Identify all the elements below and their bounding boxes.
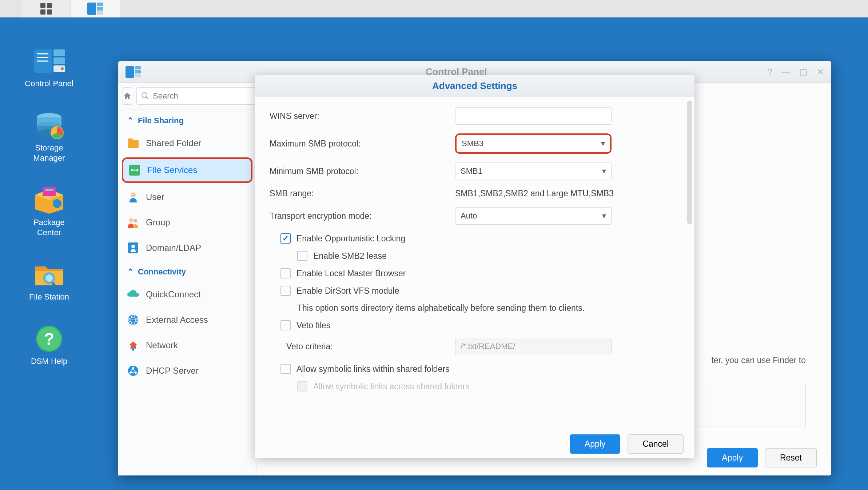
sidebar-item-label: Domain/LDAP [146, 243, 201, 253]
file-station-icon [32, 260, 67, 289]
modal-title: Advanced Settings [255, 75, 694, 97]
svg-point-32 [142, 93, 147, 98]
transport-select[interactable]: Auto ▾ [455, 207, 612, 225]
checkbox-opportunistic-locking[interactable] [280, 233, 291, 244]
control-panel-small-icon [87, 3, 103, 15]
chevron-down-icon: ▾ [602, 166, 606, 176]
sidebar-item-quickconnect[interactable]: QuickConnect [118, 282, 256, 307]
veto-criteria-input: /*.txt/README/ [455, 338, 612, 355]
select-value: SMB1 [461, 166, 482, 176]
checkbox-symlinks-within[interactable] [280, 364, 291, 374]
taskbar-control-panel-button[interactable] [71, 0, 120, 17]
sidebar-section-file-sharing[interactable]: ⌃ File Sharing [118, 109, 256, 130]
sidebar-item-network[interactable]: Network [118, 333, 256, 358]
external-access-icon [127, 314, 139, 326]
sidebar-item-label: File Services [147, 165, 197, 175]
scrollbar-thumb[interactable] [687, 101, 692, 224]
taskbar [0, 0, 868, 17]
svg-rect-9 [53, 57, 65, 64]
sidebar-section-connectivity[interactable]: ⌃ Connectivity [118, 261, 256, 282]
sidebar-item-label: User [146, 192, 164, 202]
modal-apply-button[interactable]: Apply [570, 434, 621, 454]
window-app-icon [126, 65, 142, 79]
svg-point-42 [131, 245, 135, 248]
maximize-icon[interactable]: ▢ [799, 68, 808, 76]
sidebar-item-dhcp-server[interactable]: DHCP Server [118, 358, 256, 383]
checkbox-veto-files[interactable] [280, 320, 291, 330]
svg-point-38 [131, 192, 136, 197]
svg-point-23 [45, 274, 53, 282]
sidebar-item-group[interactable]: Group [118, 210, 256, 235]
main-apply-button[interactable]: Apply [707, 448, 758, 467]
close-icon[interactable]: ✕ [817, 68, 824, 76]
desktop-icon-label: Storage Manager [22, 143, 76, 164]
checkbox-local-master-browser[interactable] [280, 268, 291, 278]
sidebar-item-label: QuickConnect [146, 289, 201, 300]
sidebar-item-label: External Access [146, 315, 208, 325]
package-center-icon [32, 185, 67, 214]
desktop-icon-control-panel[interactable]: Control Panel [25, 47, 73, 89]
minimize-icon[interactable]: — [781, 68, 790, 76]
user-icon [127, 191, 139, 203]
background-hint-text: ter, you can use Finder to [711, 356, 806, 365]
max-smb-select[interactable]: SMB3 ▾ [455, 133, 612, 154]
network-icon [127, 339, 139, 352]
svg-rect-35 [128, 138, 133, 141]
desktop: Control Panel Storage Manager Package Ce… [0, 17, 868, 490]
svg-rect-18 [43, 187, 56, 196]
smb-range-label: SMB range: [270, 189, 455, 198]
apps-grid-icon [40, 3, 52, 15]
taskbar-apps-button[interactable] [22, 0, 71, 17]
sidebar-item-user[interactable]: User [118, 184, 256, 210]
main-reset-button[interactable]: Reset [765, 448, 817, 467]
file-services-icon [128, 164, 141, 176]
desktop-icon-dsm-help[interactable]: ? DSM Help [31, 324, 67, 367]
desktop-icon-storage-manager[interactable]: Storage Manager [22, 111, 76, 164]
svg-point-40 [134, 219, 137, 222]
desktop-icon-label: DSM Help [31, 356, 67, 367]
dhcp-server-icon [127, 365, 139, 377]
svg-point-47 [132, 349, 134, 351]
desktop-icon-package-center[interactable]: Package Center [22, 185, 76, 238]
quickconnect-icon [127, 288, 139, 301]
home-icon [123, 92, 132, 100]
home-button[interactable] [123, 87, 132, 105]
svg-rect-28 [126, 66, 134, 78]
sidebar-item-label: Shared Folder [146, 138, 201, 148]
svg-line-33 [146, 97, 148, 99]
svg-text:?: ? [44, 329, 54, 348]
sidebar-item-domain-ldap[interactable]: Domain/LDAP [118, 235, 256, 261]
svg-point-20 [53, 199, 61, 208]
svg-rect-29 [135, 66, 141, 69]
dsm-help-icon: ? [35, 324, 64, 353]
select-value: Auto [461, 211, 477, 221]
checkbox-label: Enable Opportunistic Locking [296, 234, 405, 244]
chevron-down-icon: ▾ [602, 211, 606, 221]
wins-server-input[interactable] [455, 107, 612, 125]
svg-rect-1 [97, 3, 103, 6]
sidebar-item-file-services[interactable]: File Services [122, 157, 252, 183]
checkbox-label: Veto files [296, 321, 330, 330]
domain-ldap-icon [127, 242, 139, 254]
modal-cancel-button[interactable]: Cancel [628, 434, 684, 454]
help-icon[interactable]: ? [768, 68, 772, 76]
search-box[interactable] [136, 87, 256, 105]
chevron-up-icon: ⌃ [127, 267, 134, 277]
desktop-icon-file-station[interactable]: File Station [29, 260, 69, 302]
sidebar-item-shared-folder[interactable]: Shared Folder [118, 130, 256, 156]
sidebar-item-label: Group [146, 217, 170, 228]
checkbox-symlinks-across [297, 381, 307, 391]
search-input[interactable] [153, 91, 253, 101]
checkbox-label: Allow symbolic links within shared folde… [296, 364, 450, 374]
sidebar: ⌃ File Sharing Shared Folder File Servic… [118, 83, 256, 475]
svg-rect-19 [45, 189, 53, 191]
sidebar-item-external-access[interactable]: External Access [118, 307, 256, 333]
svg-rect-2 [97, 7, 103, 11]
svg-rect-30 [135, 70, 141, 73]
modal-body: WINS server: Maximum SMB protocol: SMB3 … [255, 97, 694, 430]
min-smb-select[interactable]: SMB1 ▾ [455, 162, 612, 180]
desktop-icon-label: File Station [29, 292, 69, 302]
checkbox-dirsort-vfs[interactable] [280, 286, 291, 296]
checkbox-smb2-lease[interactable] [297, 251, 307, 261]
max-smb-label: Maximum SMB protocol: [270, 139, 455, 149]
